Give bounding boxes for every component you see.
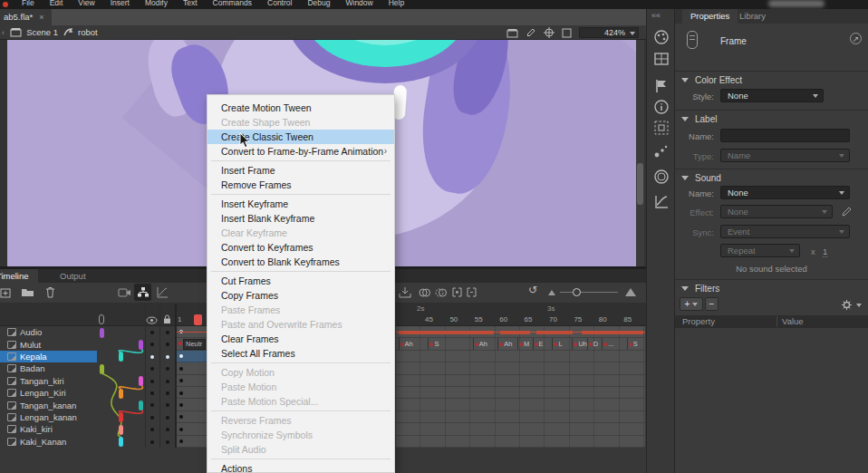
help-link-icon[interactable]: ↗ <box>850 33 862 44</box>
context-menu-item-split-audio[interactable]: Split Audio <box>207 442 394 457</box>
keyframe-dot[interactable] <box>589 343 593 346</box>
label-type-dropdown[interactable]: Name <box>720 149 850 162</box>
layer-row-kaki_kanan[interactable]: Kaki_Kanan <box>0 436 97 448</box>
info-icon[interactable] <box>653 99 670 115</box>
camera-icon[interactable] <box>118 287 131 297</box>
frame-row-kepala[interactable] <box>396 351 645 362</box>
context-menu-item-convert-to-keyframes[interactable]: Convert to Keyframes <box>207 240 394 255</box>
layer-row-mulut[interactable]: Mulut <box>0 338 97 350</box>
frame-row-kaki_kiri[interactable] <box>396 423 645 435</box>
loop-playback-icon[interactable]: ↺ <box>528 284 537 296</box>
layer-lock-dot[interactable] <box>166 355 169 359</box>
layer-lock-dot[interactable] <box>166 331 169 334</box>
tab-properties[interactable]: Properties <box>682 9 738 24</box>
frame-cell-kaki_kiri[interactable] <box>177 423 207 435</box>
parent-marker-kepala[interactable] <box>119 352 123 362</box>
filter-options-button[interactable] <box>841 299 862 311</box>
context-menu-item-clear-keyframe[interactable]: Clear Keyframe <box>207 226 394 240</box>
context-menu-item-clear-frames[interactable]: Clear Frames <box>207 332 394 346</box>
frame-row-lengan_kanan[interactable] <box>396 411 645 423</box>
menubar-item-insert[interactable]: Insert <box>111 0 130 7</box>
frame-cell-lengan_kanan[interactable] <box>177 411 207 423</box>
context-menu-item-select-all-frames[interactable]: Select All Frames <box>207 346 394 361</box>
swatches-icon[interactable] <box>653 51 670 67</box>
layer-row-kaki_kiri[interactable]: Kaki_kiri <box>0 423 97 435</box>
playhead[interactable] <box>194 314 202 325</box>
context-menu-item-create-shape-tween[interactable]: Create Shape Tween <box>207 115 394 130</box>
label-name-input[interactable] <box>720 129 850 142</box>
frame-cell-kepala[interactable] <box>177 351 207 362</box>
parent-marker-lengan_kanan[interactable] <box>119 412 123 422</box>
lock-column-icon[interactable] <box>163 314 171 324</box>
keyframe-dot[interactable] <box>629 343 632 346</box>
menubar-item-modify[interactable]: Modify <box>145 0 168 7</box>
tab-timeline[interactable]: Timeline <box>0 269 38 283</box>
add-filter-button[interactable]: + <box>680 297 703 311</box>
menubar-item-window[interactable]: Window <box>345 0 372 7</box>
motion-presets-icon[interactable] <box>653 143 670 159</box>
timeline-zoom-out-icon[interactable] <box>548 290 555 295</box>
edit-symbols-icon[interactable] <box>526 27 536 38</box>
parent-marker-audio[interactable] <box>100 328 104 338</box>
section-filters[interactable]: Filters <box>681 284 719 294</box>
layer-row-badan[interactable]: Badan <box>0 362 97 374</box>
context-menu-item-cut-frames[interactable]: Cut Frames <box>207 274 394 288</box>
symbol-breadcrumb[interactable]: robot <box>78 27 98 37</box>
context-menu-item-insert-blank-keyframe[interactable]: Insert Blank Keyframe <box>207 211 394 226</box>
tab-output[interactable]: Output <box>51 269 95 283</box>
frame-row-tangan_kanan[interactable] <box>396 399 645 410</box>
parent-marker-kaki_kanan[interactable] <box>119 437 123 447</box>
creative-cloud-icon[interactable] <box>653 169 670 185</box>
layer-parenting-toggle[interactable] <box>134 284 151 301</box>
frame-row-kaki_kanan[interactable] <box>396 436 645 448</box>
context-menu-item-paste-and-overwrite-frames[interactable]: Paste and Overwrite Frames <box>207 317 394 332</box>
color-palette-icon[interactable] <box>653 29 670 45</box>
context-menu-item-convert-to-frame-by-frame-animation[interactable]: Convert to Frame-by-Frame Animation› <box>207 144 394 159</box>
layer-row-kepala[interactable]: Kepala <box>0 351 97 362</box>
frame-cell-lengan_kiri[interactable] <box>177 387 207 399</box>
new-folder-icon[interactable] <box>21 287 34 297</box>
menubar-item-commands[interactable]: Commands <box>213 0 252 7</box>
menubar-item-view[interactable]: View <box>78 0 94 7</box>
context-menu-item-remove-frames[interactable]: Remove Frames <box>207 178 394 192</box>
parent-marker-lengan_kiri[interactable] <box>119 389 123 399</box>
onion-skin-icon[interactable] <box>419 286 430 298</box>
layer-row-lengan_kiri[interactable]: Lengan_Kiri <box>0 387 97 399</box>
parent-marker-tangan_kiri[interactable] <box>139 376 143 386</box>
menubar-item-help[interactable]: Help <box>389 0 404 7</box>
close-icon[interactable]: × <box>39 9 43 25</box>
frame-row-badan[interactable] <box>396 362 645 374</box>
context-menu-item-insert-keyframe[interactable]: Insert Keyframe <box>207 197 394 211</box>
parent-marker-kaki_kiri[interactable] <box>119 425 123 435</box>
sound-effect-dropdown[interactable]: None <box>720 205 833 218</box>
layer-lock-dot[interactable] <box>166 391 169 395</box>
visibility-eye-icon[interactable] <box>146 316 158 324</box>
context-menu-item-paste-motion[interactable]: Paste Motion <box>207 380 394 394</box>
context-menu-item-paste-motion-special[interactable]: Paste Motion Special... <box>207 394 394 409</box>
frame-cell-badan[interactable] <box>177 362 207 374</box>
menubar-item-control[interactable]: Control <box>267 0 292 7</box>
menubar-item-file[interactable]: File <box>22 0 34 7</box>
stage-vertical-scrollbar[interactable] <box>636 40 644 266</box>
history-chart-icon[interactable] <box>653 194 670 210</box>
transform-grid-icon[interactable] <box>653 120 670 136</box>
collapse-panels-icon[interactable]: «« <box>651 11 661 20</box>
layer-row-tangan_kiri[interactable]: Tangan_kiri <box>0 375 97 387</box>
zoom-level-dropdown[interactable]: 424% <box>579 27 639 38</box>
parent-marker-tangan_kanan[interactable] <box>139 401 143 410</box>
layer-lock-dot[interactable] <box>166 380 169 383</box>
frame-row-tangan_kiri[interactable] <box>396 375 645 387</box>
center-stage-icon[interactable] <box>544 27 555 38</box>
edit-multiple-frames-icon[interactable] <box>451 286 463 298</box>
scene-breadcrumb[interactable]: Scene 1 <box>26 27 58 37</box>
context-menu-item-synchronize-symbols[interactable]: Synchronize Symbols <box>207 428 394 442</box>
frame-cell-mulut[interactable]: Neutr <box>177 338 207 350</box>
context-menu-item-copy-motion[interactable]: Copy Motion <box>207 365 394 380</box>
back-icon[interactable]: ‹ <box>2 27 5 37</box>
sound-sync-dropdown[interactable]: Event <box>720 225 850 238</box>
onion-skin-outline-icon[interactable] <box>435 286 447 298</box>
frame-cell-tangan_kanan[interactable] <box>177 399 207 410</box>
scrollbar-thumb[interactable] <box>637 163 643 205</box>
keyframe-dot[interactable] <box>475 343 478 346</box>
timeline-zoom-in-icon[interactable] <box>625 288 636 296</box>
